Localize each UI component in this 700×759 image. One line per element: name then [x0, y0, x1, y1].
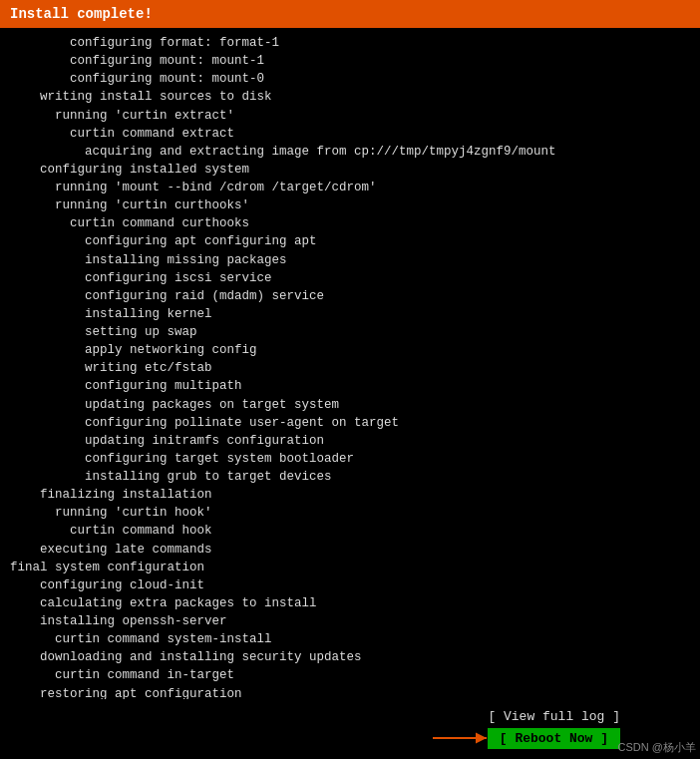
bottom-bar: [ View full log ] [ Reboot Now ] CSDN @杨…	[0, 699, 700, 759]
watermark: CSDN @杨小羊	[618, 740, 696, 755]
title-bar: Install complete!	[0, 0, 700, 28]
reboot-now-button[interactable]: [ Reboot Now ]	[488, 728, 620, 749]
button-row: [ View full log ]	[488, 709, 620, 724]
terminal-output: configuring format: format-1 configuring…	[0, 28, 700, 699]
arrow-icon	[433, 730, 493, 746]
reboot-row: [ Reboot Now ]	[488, 728, 620, 749]
view-log-button[interactable]: [ View full log ]	[488, 709, 620, 724]
title-text: Install complete!	[10, 6, 153, 22]
